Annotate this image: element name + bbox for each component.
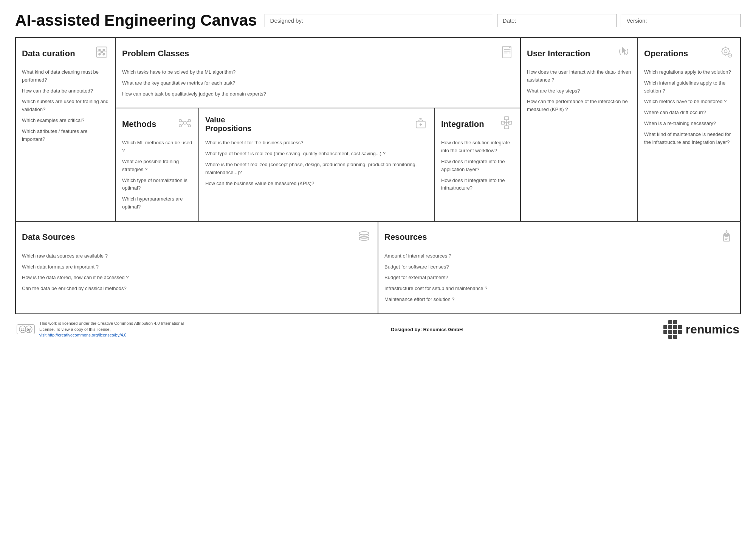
grid-dot [663, 335, 667, 339]
version-label: Version: [626, 17, 647, 24]
page-header: AI-assisted Engineering Canvas Designed … [15, 11, 741, 29]
question-ui-1: How does the user interact with the data… [527, 68, 631, 84]
svg-point-19 [188, 125, 191, 127]
problem-classes-icon [499, 45, 514, 62]
question-m-3: Which type of normalization is optimal? [122, 177, 192, 193]
question-vp-4: How can the business value be measured (… [205, 180, 428, 188]
question-op-4: Where can data drift occurr? [644, 109, 734, 117]
data-curation-section: Data curation What kind of data cleaning… [16, 38, 116, 221]
grid-dot [678, 335, 682, 339]
designed-by-field[interactable]: Designed by: [265, 14, 493, 27]
operations-section: Operations Which regulations apply to th… [638, 38, 740, 221]
svg-text:cc: cc [21, 327, 25, 332]
renumics-logo: renumics [663, 320, 739, 339]
svg-point-41 [359, 237, 369, 241]
canvas: Data curation What kind of data cleaning… [15, 37, 741, 314]
question-i-2: How does it integrate into the applicati… [441, 158, 514, 174]
question-op-3: Which metrics have to be monitored ? [644, 98, 734, 106]
svg-line-23 [186, 123, 188, 125]
grid-dot [678, 330, 682, 334]
question-i-1: How does the solution integrate into the… [441, 139, 514, 155]
integration-section: Integration [435, 108, 520, 221]
question-r-5: Maintenance effort for solution ? [384, 296, 734, 304]
methods-questions: Which ML methods can be used ? What are … [122, 139, 192, 211]
question-m-2: What are possible training strategies ? [122, 158, 192, 174]
svg-line-39 [730, 56, 731, 56]
data-sources-header: Data Sources [22, 228, 372, 246]
question-op-2: Which internal guidelines apply to the s… [644, 79, 734, 95]
svg-point-2 [101, 51, 103, 53]
page-title: AI-assisted Engineering Canvas [15, 11, 257, 29]
svg-point-36 [724, 50, 727, 53]
data-sources-title: Data Sources [22, 232, 75, 242]
designed-by-label: Designed by: [270, 17, 304, 24]
resources-questions: Amount of internal resources ? Budget fo… [384, 252, 734, 304]
value-propositions-icon [413, 115, 428, 133]
svg-point-15 [183, 121, 186, 124]
canvas-bottom-row: Data Sources Which raw data sources are … [16, 222, 740, 313]
question-ui-3: How can the performance of the interacti… [527, 98, 631, 114]
date-field[interactable]: Date: [497, 14, 617, 27]
middle-column: Problem Classes [116, 38, 521, 221]
data-sources-questions: Which raw data sources are available ? W… [22, 252, 372, 293]
svg-point-16 [179, 120, 181, 122]
header-fields: Designed by: Date: Version: [265, 14, 741, 27]
grid-dot [673, 335, 677, 339]
question-vp-2: What type of benefit is realized (time s… [205, 150, 428, 158]
question-ds-2: Which data formats are important ? [22, 263, 372, 271]
integration-header: Integration [441, 115, 514, 133]
grid-dot [663, 330, 667, 334]
integration-icon [499, 115, 514, 133]
data-curation-header: Data curation [22, 45, 109, 62]
renumics-grid-icon [663, 320, 682, 339]
question-ds-4: Can the data be enriched by classical me… [22, 285, 372, 293]
question-pc-3: How can each task be qualitatively judge… [122, 90, 514, 98]
integration-questions: How does the solution integrate into the… [441, 139, 514, 192]
resources-header: Resources [384, 228, 734, 246]
grid-dot [673, 330, 677, 334]
question-vp-3: Where is the benefit realized (concept p… [205, 161, 428, 177]
question-ds-1: Which raw data sources are available ? [22, 252, 372, 260]
data-curation-title: Data curation [22, 49, 75, 59]
question-dc-3: Which subsets are used for training and … [22, 98, 109, 114]
operations-title: Operations [644, 49, 688, 59]
operations-questions: Which regulations apply to the solution?… [644, 68, 734, 146]
user-interaction-title: User Interaction [527, 49, 590, 59]
canvas-top-row: Data curation What kind of data cleaning… [16, 38, 740, 222]
grid-dot [673, 325, 677, 329]
user-interaction-questions: How does the user interact with the data… [527, 68, 631, 114]
creative-commons-icon: cc by [17, 324, 35, 334]
data-curation-questions: What kind of data cleaning must be perfo… [22, 68, 109, 143]
footer: cc by This work is licensed under the Cr… [15, 320, 741, 339]
version-field[interactable]: Version: [621, 14, 741, 27]
problem-classes-title: Problem Classes [122, 49, 189, 59]
question-dc-2: How can the data be annotated? [22, 87, 109, 95]
svg-text:by: by [27, 327, 31, 332]
svg-rect-30 [504, 126, 508, 129]
svg-point-1 [99, 49, 101, 51]
grid-dot [663, 325, 667, 329]
svg-point-5 [103, 53, 105, 55]
svg-rect-29 [504, 117, 508, 120]
question-m-4: Which hyperparameters are optimal? [122, 195, 192, 211]
grid-dot [663, 320, 667, 324]
methods-title: Methods [122, 119, 156, 129]
svg-line-22 [181, 123, 184, 125]
grid-dot [668, 335, 672, 339]
data-curation-icon [94, 45, 109, 62]
bottom-middle-row: Methods [116, 108, 520, 221]
question-r-2: Budget for software licenses? [384, 263, 734, 271]
question-m-1: Which ML methods can be used ? [122, 139, 192, 155]
footer-designed-by: Designed by: Renumics GmbH [391, 327, 463, 332]
user-interaction-icon [616, 45, 631, 62]
grid-dot [668, 330, 672, 334]
user-interaction-section: User Interaction How does the user inter… [521, 38, 638, 221]
question-dc-5: Which attributes / features are importan… [22, 128, 109, 144]
grid-dot [678, 325, 682, 329]
date-label: Date: [503, 17, 516, 24]
question-r-1: Amount of internal resources ? [384, 252, 734, 260]
question-op-5: When is a re-training necessary? [644, 120, 734, 128]
svg-point-3 [103, 49, 105, 51]
user-interaction-header: User Interaction [527, 45, 631, 62]
data-sources-icon [356, 228, 372, 246]
